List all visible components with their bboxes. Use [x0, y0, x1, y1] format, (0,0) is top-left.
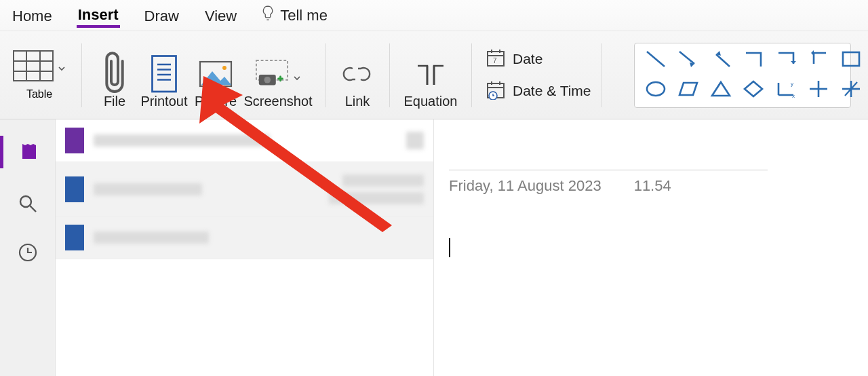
printout-button[interactable]: Printout [138, 41, 191, 109]
note-canvas[interactable]: Friday, 11 August 2023 11.54 [434, 119, 868, 376]
link-button[interactable]: Link [335, 41, 380, 109]
svg-line-24 [679, 52, 694, 64]
chevron-down-icon[interactable] [58, 63, 66, 71]
svg-rect-0 [14, 51, 53, 81]
workspace: Friday, 11 August 2023 11.54 [0, 119, 868, 376]
section-color-swatch [65, 176, 84, 202]
ribbon-separator [601, 43, 601, 107]
shape-triangle-icon[interactable] [709, 79, 732, 102]
printout-label: Printout [141, 94, 188, 109]
redacted-text [94, 183, 202, 195]
shape-3d-axes-icon[interactable] [840, 79, 863, 102]
link-icon [340, 58, 374, 90]
shape-elbow1-icon[interactable] [742, 49, 765, 72]
ribbon-separator [389, 43, 390, 107]
list-item[interactable] [56, 162, 433, 217]
redacted-text [94, 134, 270, 147]
shape-elbow-arrow2-icon[interactable] [807, 49, 830, 72]
shape-arrow-dr-icon[interactable] [677, 49, 700, 72]
shape-elbow-arrow-icon[interactable] [774, 49, 797, 72]
file-button[interactable]: File [92, 41, 138, 109]
section-color-swatch [65, 128, 84, 153]
svg-text:7: 7 [493, 57, 497, 64]
link-label: Link [345, 94, 370, 109]
screenshot-button[interactable]: Screenshot [241, 41, 315, 109]
paperclip-icon [98, 58, 132, 90]
svg-text:x: x [792, 93, 795, 99]
svg-text:y: y [791, 81, 793, 87]
title-underline [449, 170, 768, 170]
picture-icon [199, 58, 233, 90]
tab-draw[interactable]: Draw [143, 5, 180, 26]
picture-label: Picture [195, 94, 237, 109]
nav-notebooks[interactable] [0, 136, 55, 168]
note-date: Friday, 11 August 2023 [449, 177, 601, 195]
ribbon-separator [81, 43, 82, 107]
shape-parallelogram-icon[interactable] [677, 79, 700, 102]
svg-rect-26 [843, 52, 859, 66]
ribbon-separator [471, 43, 472, 107]
calendar-icon: 7 [486, 48, 506, 71]
redacted-text [94, 231, 209, 244]
redacted-text [342, 174, 424, 187]
screenshot-icon [255, 58, 289, 90]
nav-recent[interactable] [17, 242, 39, 266]
note-time: 11.54 [634, 177, 671, 195]
table-label: Table [26, 88, 52, 100]
date-button[interactable]: 7 Date [486, 48, 591, 71]
date-time-button[interactable]: Date & Time [486, 79, 591, 103]
nav-search[interactable] [17, 193, 39, 217]
section-color-swatch [65, 225, 84, 250]
picture-button[interactable]: Picture [191, 41, 241, 109]
list-item[interactable] [56, 119, 433, 162]
tab-view[interactable]: View [203, 5, 238, 26]
ribbon-separator [325, 43, 326, 107]
clock-icon [17, 254, 39, 265]
equation-icon [414, 58, 448, 90]
svg-point-35 [20, 196, 31, 207]
date-time-label: Date & Time [513, 83, 591, 99]
list-item[interactable] [56, 217, 433, 259]
ribbon-insert: Table File Printout Pictur [0, 31, 868, 119]
notebooks-icon [18, 140, 40, 164]
svg-line-36 [30, 206, 36, 212]
calendar-clock-icon [486, 79, 506, 103]
date-label: Date [513, 51, 542, 67]
text-cursor [449, 238, 450, 257]
redacted-text [329, 192, 424, 204]
tell-me-label: Tell me [280, 7, 328, 24]
svg-point-14 [264, 77, 271, 83]
shape-rect-icon[interactable] [840, 49, 863, 72]
table-icon [13, 50, 54, 84]
equation-label: Equation [404, 94, 458, 109]
shape-arrow-ul-icon[interactable] [709, 49, 732, 72]
menu-tabs: Home Insert Draw View Tell me [0, 0, 868, 31]
svg-point-27 [647, 82, 665, 96]
page-list [56, 119, 434, 376]
screenshot-label: Screenshot [243, 94, 312, 109]
svg-point-11 [222, 66, 226, 70]
svg-line-23 [647, 52, 665, 67]
shape-ellipse-icon[interactable] [644, 79, 667, 102]
nav-sidebar [0, 119, 56, 376]
shape-diamond-icon[interactable] [742, 79, 765, 102]
note-meta: Friday, 11 August 2023 11.54 [449, 177, 853, 195]
tab-home[interactable]: Home [11, 5, 54, 26]
shape-line-icon[interactable] [644, 49, 667, 72]
shape-2d-axes-icon[interactable] [807, 79, 830, 102]
file-label: File [104, 94, 125, 109]
equation-button[interactable]: Equation [399, 41, 462, 109]
tell-me[interactable]: Tell me [261, 5, 328, 26]
tab-insert[interactable]: Insert [77, 3, 120, 28]
shape-xy-axis-icon[interactable]: yx [774, 79, 797, 102]
chevron-down-icon[interactable] [293, 70, 301, 78]
search-icon [17, 205, 39, 217]
printout-icon [147, 58, 181, 90]
shapes-gallery[interactable]: yx [634, 43, 851, 108]
table-button[interactable]: Table [7, 50, 72, 100]
svg-line-25 [716, 54, 730, 67]
redacted-text [406, 132, 424, 149]
lightbulb-icon [261, 5, 275, 26]
